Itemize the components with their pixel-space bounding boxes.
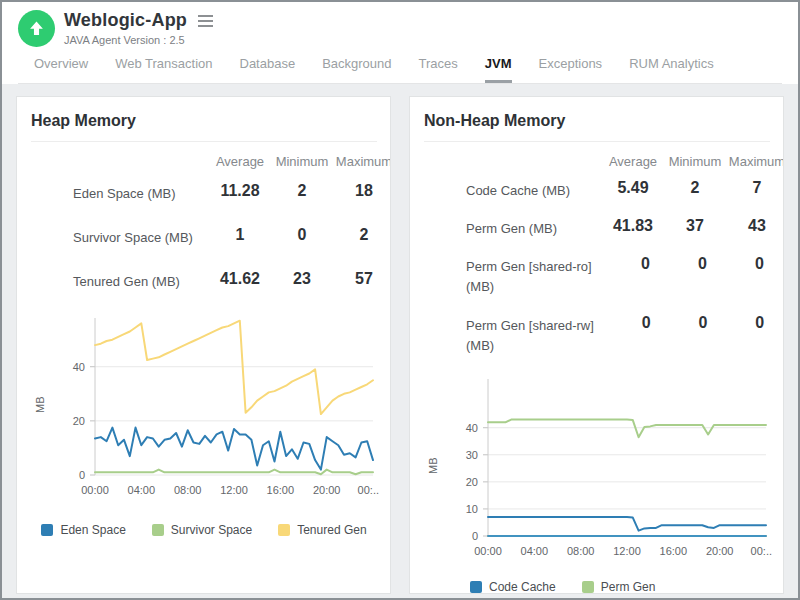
dashboard-content: Heap Memory Average Minimum Maximum Eden… — [2, 84, 798, 600]
tab-web-transaction[interactable]: Web Transaction — [115, 56, 212, 83]
non-heap-memory-chart[interactable]: 01020304000:0004:0008:0012:0016:0020:000… — [424, 376, 772, 562]
metric-label: Perm Gen [shared-rw] (MB) — [424, 314, 618, 356]
metric-label: Tenured Gen (MB) — [31, 270, 209, 292]
heap-chart-legend: Eden SpaceSurvivor SpaceTenured Gen — [31, 523, 377, 537]
metric-maximum: 18 — [333, 182, 391, 200]
legend-label: Code Cache — [489, 580, 556, 594]
metric-average: 5.49 — [602, 179, 664, 197]
status-icon — [18, 10, 55, 47]
svg-text:20:00: 20:00 — [313, 484, 341, 496]
tab-jvm[interactable]: JVM — [485, 56, 512, 83]
table-row: Tenured Gen (MB) 41.62 23 57 — [31, 259, 391, 303]
legend-item[interactable]: Code Cache — [470, 580, 556, 594]
svg-text:MB: MB — [427, 457, 439, 474]
svg-text:40: 40 — [466, 422, 478, 434]
svg-text:20: 20 — [466, 476, 478, 488]
metric-label: Code Cache (MB) — [424, 179, 602, 201]
nonheap-chart-legend: Code CachePerm GenPerm Gen [shared-ro]Pe… — [470, 580, 760, 594]
tab-background[interactable]: Background — [322, 56, 391, 83]
column-minimum: Minimum — [271, 154, 333, 169]
table-row: Survivor Space (MB) 1 0 2 — [31, 215, 391, 259]
svg-text:00:..: 00:.. — [358, 484, 379, 496]
tab-exceptions[interactable]: Exceptions — [539, 56, 603, 83]
svg-text:16:00: 16:00 — [660, 545, 688, 557]
svg-text:08:00: 08:00 — [567, 545, 595, 557]
legend-label: Survivor Space — [171, 523, 252, 537]
metric-maximum: 7 — [726, 179, 784, 197]
panel-title-heap: Heap Memory — [31, 110, 377, 142]
tab-database[interactable]: Database — [240, 56, 296, 83]
metric-average: 0 — [617, 255, 674, 273]
metric-average: 11.28 — [209, 182, 271, 200]
legend-item[interactable]: Tenured Gen — [278, 523, 366, 537]
menu-icon[interactable] — [196, 13, 215, 29]
metric-average: 1 — [209, 226, 271, 244]
svg-text:12:00: 12:00 — [220, 484, 248, 496]
svg-text:MB: MB — [34, 397, 46, 414]
metric-label: Eden Space (MB) — [31, 182, 209, 204]
column-average: Average — [209, 154, 271, 169]
svg-text:00:00: 00:00 — [81, 484, 109, 496]
tab-rum-analytics[interactable]: RUM Analytics — [629, 56, 714, 83]
non-heap-memory-panel: Non-Heap Memory Average Minimum Maximum … — [409, 96, 784, 594]
metric-maximum: 57 — [333, 270, 391, 288]
legend-item[interactable]: Survivor Space — [152, 523, 252, 537]
svg-text:00:..: 00:.. — [751, 545, 772, 557]
tab-bar: Overview Web Transaction Database Backgr… — [18, 47, 782, 84]
metric-label: Perm Gen (MB) — [424, 217, 602, 239]
metric-minimum: 2 — [271, 182, 333, 200]
svg-text:16:00: 16:00 — [267, 484, 295, 496]
column-minimum: Minimum — [664, 154, 726, 169]
legend-swatch — [582, 581, 594, 593]
agent-version-label: JAVA Agent Version : 2.5 — [64, 34, 215, 46]
metric-label: Survivor Space (MB) — [31, 226, 209, 248]
metric-minimum: 0 — [674, 255, 731, 273]
svg-text:10: 10 — [466, 503, 478, 515]
column-maximum: Maximum — [726, 154, 784, 169]
table-row: Code Cache (MB) 5.49 2 7 — [424, 171, 784, 209]
column-average: Average — [602, 154, 664, 169]
heap-memory-panel: Heap Memory Average Minimum Maximum Eden… — [16, 96, 391, 594]
column-maximum: Maximum — [333, 154, 391, 169]
svg-text:20:00: 20:00 — [706, 545, 734, 557]
table-row: Perm Gen [shared-ro] (MB) 0 0 0 — [424, 247, 784, 305]
tab-overview[interactable]: Overview — [34, 56, 88, 83]
metric-average: 41.62 — [209, 270, 271, 288]
svg-text:20: 20 — [73, 415, 85, 427]
metric-average: 41.83 — [602, 217, 664, 235]
metric-minimum: 0 — [675, 314, 732, 332]
svg-text:08:00: 08:00 — [174, 484, 202, 496]
metric-minimum: 0 — [271, 226, 333, 244]
legend-swatch — [41, 524, 53, 536]
legend-swatch — [152, 524, 164, 536]
svg-text:00:00: 00:00 — [474, 545, 502, 557]
svg-text:0: 0 — [79, 469, 85, 481]
table-row: Perm Gen [shared-rw] (MB) 0 0 0 — [424, 306, 784, 364]
panel-title-nonheap: Non-Heap Memory — [424, 110, 770, 142]
svg-text:04:00: 04:00 — [128, 484, 156, 496]
svg-text:0: 0 — [472, 530, 478, 542]
legend-item[interactable]: Eden Space — [41, 523, 125, 537]
metric-minimum: 2 — [664, 179, 726, 197]
table-row: Eden Space (MB) 11.28 2 18 — [31, 171, 391, 215]
metric-maximum: 43 — [726, 217, 784, 235]
metric-maximum: 0 — [731, 314, 784, 332]
table-header: Average Minimum Maximum — [424, 146, 784, 171]
legend-item[interactable]: Perm Gen — [582, 580, 656, 594]
heap-stats-table: Average Minimum Maximum Eden Space (MB) … — [31, 146, 391, 303]
legend-swatch — [470, 581, 482, 593]
metric-label: Perm Gen [shared-ro] (MB) — [424, 255, 617, 297]
app-header: Weblogic-App JAVA Agent Version : 2.5 Ov… — [2, 2, 798, 84]
metric-maximum: 0 — [731, 255, 784, 273]
legend-label: Perm Gen — [601, 580, 656, 594]
legend-swatch — [278, 524, 290, 536]
metric-minimum: 23 — [271, 270, 333, 288]
table-row: Perm Gen (MB) 41.83 37 43 — [424, 209, 784, 247]
up-arrow-icon — [28, 20, 45, 37]
legend-label: Eden Space — [60, 523, 125, 537]
table-header: Average Minimum Maximum — [31, 146, 391, 171]
heap-memory-chart[interactable]: 0204000:0004:0008:0012:0016:0020:0000:..… — [31, 315, 379, 501]
metric-average: 0 — [618, 314, 675, 332]
tab-traces[interactable]: Traces — [419, 56, 458, 83]
svg-text:30: 30 — [466, 449, 478, 461]
